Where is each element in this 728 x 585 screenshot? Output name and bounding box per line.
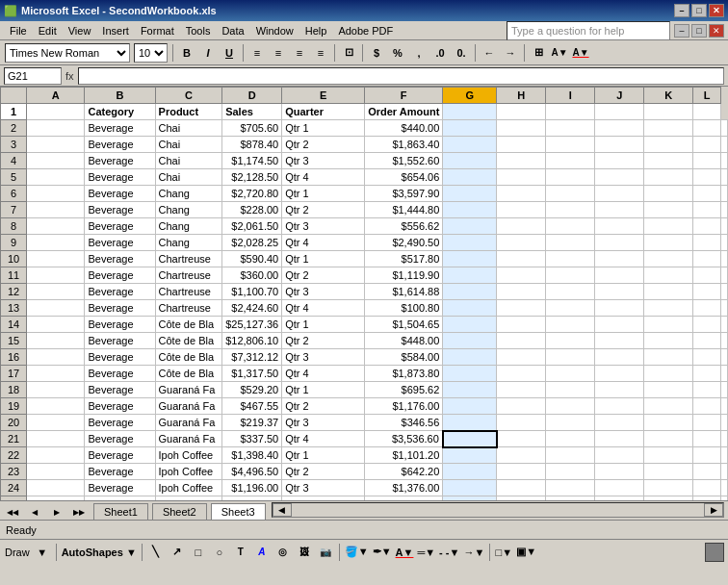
cell-G6[interactable] (443, 186, 497, 202)
cell-D7[interactable]: $228.00 (222, 202, 282, 218)
cell-B3[interactable]: Beverage (85, 137, 155, 153)
cell-G18[interactable] (443, 382, 497, 398)
cell-B12[interactable]: Beverage (85, 284, 155, 300)
scrollbar-left-button[interactable]: ◀ (273, 503, 292, 517)
cell-F1[interactable]: Order Amount (365, 104, 443, 120)
first-tab-button[interactable]: ◀◀ (2, 504, 23, 520)
cell-C18[interactable]: Guaraná Fa (155, 382, 222, 398)
cell-col7-6[interactable] (497, 186, 546, 202)
cell-col7-4[interactable] (497, 153, 546, 169)
cell-F21[interactable]: $3,536.60 (365, 431, 443, 447)
cell-col7-22[interactable] (497, 447, 546, 464)
cell-F7[interactable]: $1,444.80 (365, 202, 443, 218)
cell-E19[interactable]: Qtr 2 (282, 398, 365, 415)
cell-C14[interactable]: Côte de Bla (155, 317, 222, 333)
cell-col10-22[interactable] (644, 447, 693, 464)
cell-extra-15[interactable] (721, 333, 728, 349)
cell-extra-12[interactable] (721, 284, 728, 300)
cell-extra-17[interactable] (721, 366, 728, 382)
cell-extra-14[interactable] (721, 317, 728, 333)
menu-item-edit[interactable]: Edit (33, 23, 63, 38)
cell-col9-24[interactable] (595, 480, 644, 496)
cell-col8-14[interactable] (546, 317, 595, 333)
cell-B6[interactable]: Beverage (85, 186, 155, 202)
cell-C21[interactable]: Guaraná Fa (155, 431, 222, 447)
cell-F13[interactable]: $100.80 (365, 300, 443, 317)
cell-B19[interactable]: Beverage (85, 398, 155, 415)
cell-C3[interactable]: Chai (155, 137, 222, 153)
cell-A14[interactable] (27, 317, 85, 333)
cell-F12[interactable]: $1,614.88 (365, 284, 443, 300)
cell-col11-18[interactable] (693, 382, 721, 398)
align-justify-button[interactable]: ≡ (311, 43, 330, 63)
row-header-1[interactable]: 1 (1, 104, 27, 120)
cell-D8[interactable]: $2,061.50 (222, 218, 282, 235)
cell-col11-17[interactable] (693, 366, 721, 382)
row-header-11[interactable]: 11 (1, 267, 27, 284)
cell-extra-21[interactable] (721, 431, 728, 447)
cell-B13[interactable]: Beverage (85, 300, 155, 317)
name-box[interactable]: G21 (4, 67, 62, 85)
cell-col9-3[interactable] (595, 137, 644, 153)
row-header-21[interactable]: 21 (1, 431, 27, 447)
cell-col10-6[interactable] (644, 186, 693, 202)
cell-col8-4[interactable] (546, 153, 595, 169)
diagram-button[interactable]: ◎ (273, 543, 293, 562)
cell-col8-5[interactable] (546, 169, 595, 186)
cell-extra-6[interactable] (721, 186, 728, 202)
cell-col8-21[interactable] (546, 431, 595, 447)
cell-E24[interactable]: Qtr 3 (282, 480, 365, 496)
cell-col10-18[interactable] (644, 382, 693, 398)
cell-col9-17[interactable] (595, 366, 644, 382)
cell-col9-22[interactable] (595, 447, 644, 464)
cell-col8-7[interactable] (546, 202, 595, 218)
cell-B1[interactable]: Category (85, 104, 155, 120)
app-close-button[interactable]: ✕ (709, 24, 724, 38)
app-restore-button[interactable]: □ (691, 24, 707, 38)
cell-col10-12[interactable] (644, 284, 693, 300)
cell-A1[interactable] (27, 104, 85, 120)
cell-B4[interactable]: Beverage (85, 153, 155, 169)
cell-E10[interactable]: Qtr 1 (282, 251, 365, 267)
cell-extra-19[interactable] (721, 398, 728, 415)
cell-extra-20[interactable] (721, 415, 728, 431)
cell-extra-2[interactable] (721, 120, 728, 137)
cell-col9-9[interactable] (595, 235, 644, 251)
cell-C9[interactable]: Chang (155, 235, 222, 251)
cell-F23[interactable]: $642.20 (365, 464, 443, 480)
cell-extra-11[interactable] (721, 267, 728, 284)
row-header-10[interactable]: 10 (1, 251, 27, 267)
row-header-3[interactable]: 3 (1, 137, 27, 153)
cell-col7-18[interactable] (497, 382, 546, 398)
row-header-5[interactable]: 5 (1, 169, 27, 186)
rectangle-button[interactable]: □ (189, 543, 208, 562)
cell-col10-14[interactable] (644, 317, 693, 333)
cell-col8-3[interactable] (546, 137, 595, 153)
cell-col7-13[interactable] (497, 300, 546, 317)
cell-B15[interactable]: Beverage (85, 333, 155, 349)
cell-G10[interactable] (443, 251, 497, 267)
cell-col7-5[interactable] (497, 169, 546, 186)
cell-A5[interactable] (27, 169, 85, 186)
cell-A6[interactable] (27, 186, 85, 202)
cell-E23[interactable]: Qtr 2 (282, 464, 365, 480)
cell-col8-11[interactable] (546, 267, 595, 284)
font-select[interactable]: Times New Roman (5, 43, 130, 63)
cell-F5[interactable]: $654.06 (365, 169, 443, 186)
cell-col7-19[interactable] (497, 398, 546, 415)
cell-col10-4[interactable] (644, 153, 693, 169)
cell-D12[interactable]: $1,100.70 (222, 284, 282, 300)
cell-col11-13[interactable] (693, 300, 721, 317)
cell-E22[interactable]: Qtr 1 (282, 447, 365, 464)
cell-header-8[interactable] (546, 104, 595, 120)
sheet-tab-sheet1[interactable]: Sheet1 (93, 503, 148, 520)
cell-extra-4[interactable] (721, 153, 728, 169)
cell-G7[interactable] (443, 202, 497, 218)
cell-F8[interactable]: $556.62 (365, 218, 443, 235)
cell-E1[interactable]: Quarter (282, 104, 365, 120)
cell-D13[interactable]: $2,424.60 (222, 300, 282, 317)
cell-col8-24[interactable] (546, 480, 595, 496)
cell-E15[interactable]: Qtr 2 (282, 333, 365, 349)
cell-D23[interactable]: $4,496.50 (222, 464, 282, 480)
cell-D25[interactable]: $3,979.00 (222, 496, 282, 501)
